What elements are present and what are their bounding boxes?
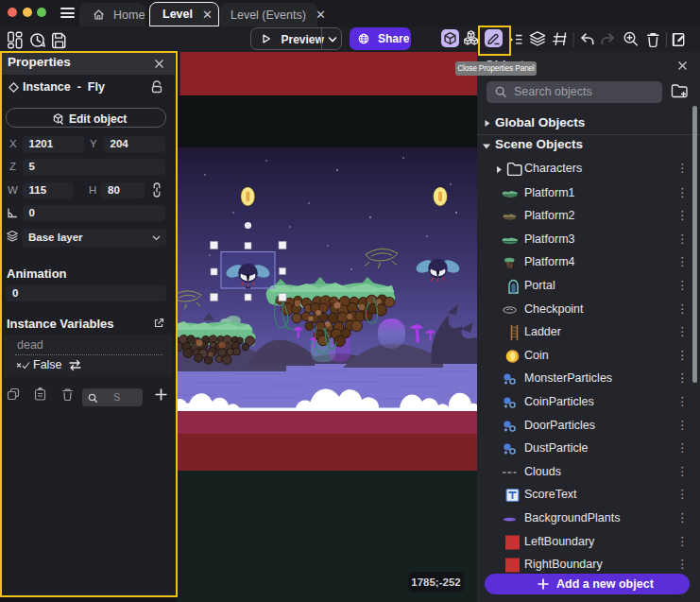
svg-text:1785;-252: 1785;-252 (411, 576, 460, 588)
